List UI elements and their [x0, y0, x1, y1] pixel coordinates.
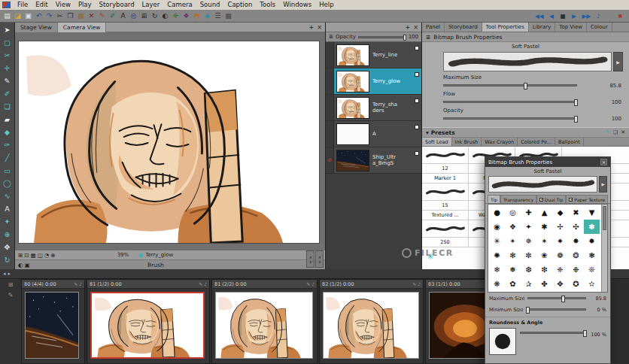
sound-icon[interactable]: ♪: [594, 11, 603, 22]
layer-row-terry-line[interactable]: Terry_line: [326, 42, 421, 68]
cutter-tool-icon[interactable]: ✂: [1, 49, 14, 62]
flow-slider[interactable]: [443, 101, 577, 103]
brush-tip-25[interactable]: ❁: [552, 248, 568, 262]
brush-tip-27[interactable]: ❃: [584, 248, 600, 262]
preset-tab-wax-crayon[interactable]: Wax Crayon: [482, 138, 518, 146]
dialog-tab-dual-tip[interactable]: Dual Tip: [536, 195, 567, 203]
scroll-left-icon[interactable]: ◂: [3, 271, 6, 277]
preset-brush-icon[interactable]: ✎: [606, 129, 610, 135]
brush-tip-11[interactable]: ✢: [552, 220, 568, 234]
panel-thumbnail[interactable]: [323, 292, 419, 359]
delete-icon[interactable]: ✕: [87, 11, 96, 21]
grid-icon[interactable]: ⊞: [139, 11, 149, 21]
dropper-tool-icon[interactable]: ✦: [1, 215, 14, 228]
panel-sound-icon[interactable]: ♪: [311, 281, 314, 287]
panel-thumbnail[interactable]: [25, 292, 79, 359]
rotate-tool-icon[interactable]: ↻: [1, 253, 14, 266]
storyboard-panel-82-1-2-0-00[interactable]: 82 (1/2) 0:00✎♪: [319, 279, 424, 364]
brush-tool-icon[interactable]: ✐: [1, 87, 14, 100]
dialog-tab-tip[interactable]: Tip: [488, 195, 500, 203]
brush-tip-1[interactable]: ◎: [505, 205, 521, 220]
checkbox-icon[interactable]: [569, 198, 573, 202]
opacity-slider[interactable]: [443, 117, 577, 120]
onion-skin-icon[interactable]: ◓: [192, 11, 202, 21]
preset-tab-colored-pe[interactable]: Colored Pe...: [518, 138, 555, 146]
brush-tip-38[interactable]: ✤: [536, 277, 552, 291]
view-tab-camera-view[interactable]: Camera View: [58, 23, 107, 32]
preset-stroke-cell[interactable]: [422, 220, 469, 237]
layer-visibility-checkbox[interactable]: [415, 151, 419, 156]
maximum-size-slider[interactable]: [527, 297, 586, 299]
panel-header[interactable]: 81 (1/2) 0:00✎♪: [87, 280, 209, 289]
brush-tip-4[interactable]: ◆: [552, 205, 568, 220]
preset-new-icon[interactable]: ❏: [613, 129, 618, 135]
minimum-size-slider-handle[interactable]: [526, 307, 530, 314]
panel-grid-icon[interactable]: ⊞: [8, 281, 14, 288]
drawing-canvas[interactable]: [19, 41, 319, 243]
tab-tool-properties[interactable]: Tool Properties: [482, 23, 529, 32]
dialog-titlebar[interactable]: Bitmap Brush Properties ×: [485, 157, 610, 167]
brush-tip-26[interactable]: ❂: [568, 248, 584, 262]
layer-row-terry-glow[interactable]: Terry_glow: [326, 68, 421, 95]
tip-grid-scrollbar[interactable]: [601, 205, 607, 292]
roundness-slider-handle[interactable]: [583, 330, 587, 337]
panel-pencil-icon[interactable]: ✎: [412, 281, 416, 287]
panel-sound-icon[interactable]: ♪: [204, 281, 207, 287]
copy-icon[interactable]: ❐: [65, 11, 75, 21]
panel-pencil-icon[interactable]: ✎: [306, 281, 310, 287]
panel-sound-icon[interactable]: ♪: [79, 281, 82, 287]
save-icon[interactable]: ▣: [23, 11, 33, 21]
library-icon[interactable]: ▩: [223, 11, 233, 21]
brush-tip-6[interactable]: ▼: [584, 205, 600, 220]
menu-storyboard[interactable]: Storyboard: [96, 0, 138, 10]
ellipse-tool-icon[interactable]: ◯: [1, 177, 14, 190]
layer-visibility-checkbox[interactable]: [415, 99, 419, 103]
add-panel-icon[interactable]: ✛: [171, 11, 181, 21]
hand-tool-icon[interactable]: ✥: [1, 241, 14, 253]
layer-row-terry-sha[interactable]: Terry_shaders: [326, 95, 421, 121]
checkbox-icon[interactable]: [539, 198, 543, 202]
rotate-view-icon[interactable]: ↻: [150, 11, 160, 21]
storyboard-panel-81-2-2-0-00[interactable]: 81 (2/2) 0:00✎♪: [211, 279, 318, 364]
preset-cell[interactable]: 12: [422, 164, 469, 173]
tab-top-view[interactable]: Top View: [555, 23, 587, 32]
text-tool-icon[interactable]: A: [1, 202, 14, 215]
clock-icon[interactable]: ◔: [44, 252, 50, 259]
panel-pencil-icon[interactable]: ✎: [199, 281, 202, 287]
panel-thumbnail[interactable]: [90, 292, 205, 359]
brush-tip-13[interactable]: ✽: [584, 220, 600, 234]
tab-panel[interactable]: Panel: [422, 23, 445, 32]
menu-camera[interactable]: Camera: [163, 0, 196, 10]
brush-tip-31[interactable]: ❇: [536, 262, 552, 277]
layers-menu-icon[interactable]: ≣: [329, 34, 333, 40]
brush-tip-8[interactable]: ❖: [505, 220, 521, 234]
line-tool-icon[interactable]: ╱: [1, 151, 14, 164]
panel-header[interactable]: 80 (4/4) 0:00✎♪: [22, 280, 84, 289]
preset-stroke-cell[interactable]: [422, 147, 469, 163]
maximum-size-slider-handle[interactable]: [561, 296, 565, 302]
transform-tool-icon[interactable]: ▢: [1, 36, 14, 49]
zoom-icon[interactable]: ◎: [129, 11, 138, 21]
layer-visibility-checkbox[interactable]: [415, 46, 419, 50]
paint-tool-icon[interactable]: ◆: [1, 126, 14, 138]
layers-add-button[interactable]: +: [406, 24, 411, 31]
frame-icon[interactable]: ▣: [25, 262, 30, 268]
tab-colour[interactable]: Colour: [587, 23, 612, 32]
grid-icon[interactable]: ▦: [31, 252, 36, 259]
dialog-tab-paper-texture[interactable]: Paper Texture: [566, 195, 608, 203]
layer-thumbnail[interactable]: [336, 97, 369, 119]
brush-tip-12[interactable]: ✣: [568, 220, 584, 234]
opacity-slider-handle[interactable]: [403, 35, 406, 41]
preset-cell[interactable]: Textured ...: [422, 211, 469, 220]
next-frame-icon[interactable]: ▶▶: [580, 11, 592, 22]
panel-header[interactable]: 82 (1/2) 0:00✎♪: [320, 280, 423, 289]
eraser-tool-icon[interactable]: ▰: [1, 113, 14, 126]
minimum-size-slider[interactable]: [527, 308, 586, 311]
brush-tip-30[interactable]: ❆: [521, 262, 536, 277]
brush-preview-arrow-button[interactable]: ▶: [613, 52, 623, 71]
scrollbar-thumb[interactable]: [603, 206, 606, 230]
paste-icon[interactable]: ▦: [76, 11, 86, 21]
panel-pencil-icon[interactable]: ✎: [74, 281, 77, 287]
preset-tab-ballpoint[interactable]: Ballpoint: [555, 138, 584, 146]
opacity-slider-handle[interactable]: [574, 116, 578, 123]
